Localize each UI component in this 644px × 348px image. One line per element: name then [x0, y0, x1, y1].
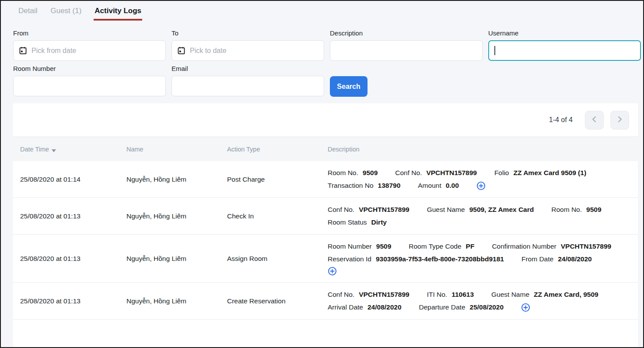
- field-email: Email: [172, 65, 324, 97]
- table-row: 25/08/2020 at 01:14Nguyễn, Hồng LiêmPost…: [13, 161, 638, 198]
- cell-action-type: Assign Room: [227, 255, 328, 263]
- description-field: Room StatusDirty: [328, 217, 387, 228]
- field-label-text: Room Status: [328, 218, 367, 226]
- description-field: FolioZZ Amex Card 9509 (1): [494, 168, 586, 178]
- tab-detail[interactable]: Detail: [18, 7, 38, 21]
- description-line: Room No.9509Conf No.VPCHTN157899FolioZZ …: [328, 168, 634, 178]
- text-cursor: [494, 46, 495, 55]
- cell-description: Room Number9509Room Type CodePFConfirmat…: [328, 235, 638, 282]
- field-label-text: Transaction No: [328, 182, 374, 189]
- search-button[interactable]: Search: [330, 76, 368, 97]
- description-field: Conf No.VPCHTN157899: [328, 204, 410, 215]
- field-value-text: 9509: [363, 169, 378, 176]
- cell-description: Room No.9509Conf No.VPCHTN157899FolioZZ …: [328, 161, 638, 197]
- email-label: Email: [172, 65, 324, 72]
- cell-date-time: 25/08/2020 at 01:13: [13, 297, 126, 305]
- calendar-icon: [19, 47, 27, 54]
- to-date-input[interactable]: Pick to date: [172, 40, 324, 61]
- email-input[interactable]: [172, 76, 324, 96]
- field-description: Description: [330, 29, 483, 61]
- field-value-text: 25/08/2020: [470, 303, 504, 311]
- cell-action-type: Post Charge: [227, 176, 328, 183]
- username-input[interactable]: [488, 40, 641, 61]
- description-field: Departure Date25/08/2020: [419, 302, 504, 313]
- from-date-input[interactable]: Pick from date: [13, 40, 166, 61]
- tab-guest[interactable]: Guest (1): [49, 7, 82, 21]
- tab-bar: Detail Guest (1) Activity Logs: [1, 1, 643, 21]
- cell-action-type: Create Reservation: [227, 297, 328, 305]
- field-label-text: ITI No.: [427, 291, 448, 298]
- column-header-description: Description: [328, 146, 638, 153]
- description-field: ITI No.110613: [427, 289, 474, 300]
- results-card: 1-4 of 4 Date Time Name Action Type Desc…: [13, 103, 638, 347]
- table-row: 25/08/2020 at 01:13Nguyễn, Hồng LiêmAssi…: [13, 235, 638, 283]
- field-value-text: 138790: [378, 182, 401, 189]
- description-input[interactable]: [330, 40, 483, 61]
- field-value-text: VPCHTN157899: [561, 243, 611, 250]
- field-value-text: 24/08/2020: [368, 303, 402, 311]
- pagination-bar: 1-4 of 4: [13, 103, 638, 137]
- chevron-right-icon: [616, 116, 623, 125]
- expand-details-icon[interactable]: [476, 181, 486, 190]
- description-field: Confirmation NumberVPCHTN157899: [492, 241, 611, 252]
- field-value-text: VPCHTN157899: [426, 169, 476, 176]
- description-field: Conf No.VPCHTN157899: [395, 168, 477, 178]
- cell-name: Nguyễn, Hồng Liêm: [126, 176, 227, 183]
- field-label-text: Room Type Code: [409, 243, 461, 250]
- column-header-date-time[interactable]: Date Time: [13, 146, 126, 153]
- description-field: Guest Name9509, ZZ Amex Card: [427, 204, 534, 215]
- field-value-text: 9509: [376, 243, 391, 250]
- to-placeholder: Pick to date: [190, 47, 227, 55]
- cell-date-time: 25/08/2020 at 01:13: [13, 255, 126, 263]
- description-field: Amount0.00: [418, 180, 459, 191]
- expand-details-icon[interactable]: [328, 267, 337, 276]
- table-header: Date Time Name Action Type Description: [13, 137, 638, 161]
- field-label-text: Reservation Id: [328, 255, 371, 263]
- description-line: Transaction No138790Amount0.00: [328, 180, 634, 191]
- field-label-text: Conf No.: [328, 291, 354, 298]
- cell-description: Conf No.VPCHTN157899Guest Name9509, ZZ A…: [328, 198, 638, 234]
- field-value-text: PF: [466, 243, 475, 250]
- from-placeholder: Pick from date: [32, 47, 76, 55]
- field-value-text: VPCHTN157899: [359, 206, 409, 213]
- filter-form: From Pick from date To Pick to date Desc…: [1, 21, 643, 97]
- field-value-text: 24/08/2020: [558, 255, 592, 263]
- field-value-text: 9303959a-7f53-4efb-800e-73208bbd9181: [376, 255, 504, 263]
- field-to: To Pick to date: [172, 29, 324, 61]
- table-row: 25/08/2020 at 01:13Nguyễn, Hồng LiêmChec…: [13, 198, 638, 235]
- field-label-text: From Date: [522, 255, 553, 263]
- field-label-text: Arrival Date: [328, 303, 363, 311]
- description-line: Room StatusDirty: [328, 217, 634, 228]
- field-username: Username: [488, 29, 641, 61]
- expand-details-icon[interactable]: [521, 303, 530, 312]
- field-label-text: Guest Name: [427, 206, 465, 213]
- cell-name: Nguyễn, Hồng Liêm: [126, 212, 227, 220]
- next-page-button[interactable]: [610, 111, 629, 130]
- cell-name: Nguyễn, Hồng Liêm: [126, 297, 227, 305]
- cell-name: Nguyễn, Hồng Liêm: [126, 255, 227, 263]
- description-field: Room No.9509: [328, 168, 378, 178]
- field-label-text: Guest Name: [491, 291, 529, 298]
- to-label: To: [172, 29, 324, 37]
- description-line: Room Number9509Room Type CodePFConfirmat…: [328, 241, 634, 252]
- field-label-text: Amount: [418, 182, 441, 189]
- column-header-action-type: Action Type: [227, 146, 328, 153]
- description-line: Arrival Date24/08/2020Departure Date25/0…: [328, 302, 634, 313]
- cell-date-time: 25/08/2020 at 01:13: [13, 212, 126, 220]
- field-value-text: ZZ Amex Card 9509 (1): [514, 169, 587, 176]
- description-line: [328, 267, 634, 276]
- username-label: Username: [488, 29, 641, 37]
- previous-page-button[interactable]: [585, 111, 604, 130]
- field-room-number: Room Number: [13, 65, 166, 97]
- description-field: Room Type CodePF: [409, 241, 474, 252]
- chevron-left-icon: [591, 116, 598, 125]
- field-value-text: 110613: [452, 291, 474, 298]
- field-value-text: ZZ Amex Card, 9509: [534, 291, 598, 298]
- field-search: Search: [330, 65, 483, 97]
- field-label-text: Conf No.: [328, 206, 354, 213]
- room-number-label: Room Number: [13, 65, 166, 72]
- column-header-name: Name: [126, 146, 227, 153]
- description-field: Room No.9509: [551, 204, 601, 215]
- room-number-input[interactable]: [13, 76, 166, 96]
- tab-activity-logs[interactable]: Activity Logs: [94, 7, 142, 21]
